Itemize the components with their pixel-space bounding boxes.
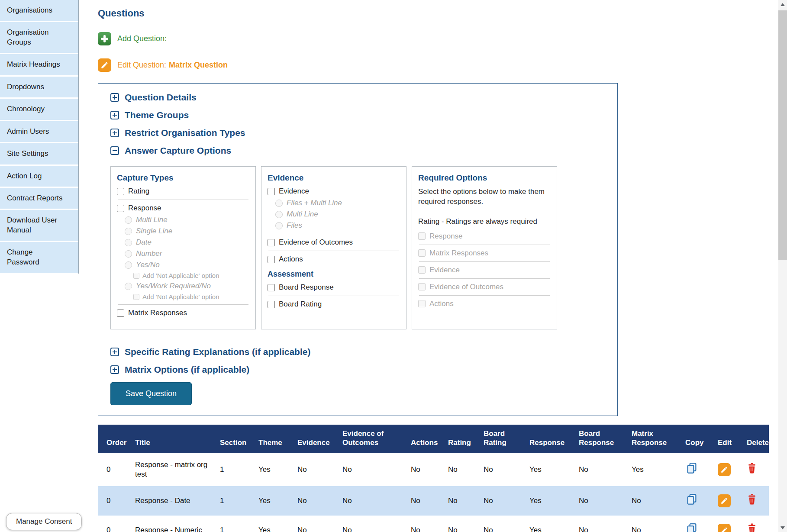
evidence-checkbox-row[interactable]: Evidence (268, 187, 400, 196)
section-toggle-question-details[interactable]: Question Details (110, 92, 197, 103)
edit-pencil-icon (720, 526, 728, 532)
sidebar-item-action-log[interactable]: Action Log (0, 166, 78, 187)
evidence-of-outcomes-checkbox[interactable] (268, 239, 275, 246)
divider (419, 278, 550, 279)
required-evidence-of-outcomes-label: Evidence of Outcomes (429, 283, 503, 291)
column-header-response: Response (526, 425, 575, 453)
column-header-theme: Theme (255, 425, 294, 453)
response-type-multi-line-radio-row: Multi Line (125, 216, 249, 224)
matrix-responses-checkbox[interactable] (117, 310, 124, 317)
cell-rating: No (445, 486, 480, 516)
add-plus-icon (98, 32, 111, 45)
yes-no-not-applicable-checkbox (133, 273, 139, 279)
board-rating-checkbox-row[interactable]: Board Rating (268, 300, 400, 309)
required-matrix-responses-checkbox (418, 249, 426, 257)
matrix-responses-checkbox-row[interactable]: Matrix Responses (117, 309, 249, 317)
cell-board-rating: No (480, 516, 526, 532)
evidence-of-outcomes-label: Evidence of Outcomes (279, 238, 353, 247)
actions-checkbox[interactable] (268, 256, 275, 263)
cell-board-response: No (575, 453, 628, 486)
edit-pencil-icon (720, 466, 728, 474)
column-header-evidence-of-outcomes: Evidence of Outcomes (339, 425, 407, 453)
add-question-label: Add Question: (117, 34, 167, 43)
cell-actions: No (407, 453, 445, 486)
delete-button[interactable] (747, 493, 757, 506)
cell-theme: Yes (255, 453, 294, 486)
board-response-label: Board Response (279, 283, 334, 292)
section-toggle-specific-rating-explanations[interactable]: Specific Rating Explanations (if applica… (110, 347, 310, 357)
copy-button[interactable] (685, 462, 698, 475)
section-toggle-matrix-options[interactable]: Matrix Options (if applicable) (110, 364, 249, 375)
response-type-yes-no-radio (125, 261, 132, 269)
evidence-checkbox[interactable] (268, 188, 275, 195)
copy-icon (685, 493, 698, 506)
delete-button[interactable] (747, 462, 757, 474)
board-response-checkbox-row[interactable]: Board Response (268, 283, 400, 292)
sidebar-item-organisations[interactable]: Organisations (0, 0, 78, 21)
sidebar-item-change-password[interactable]: Change Password (0, 242, 78, 273)
response-type-single-line-radio (125, 228, 132, 235)
response-checkbox-row[interactable]: Response (117, 204, 249, 213)
sidebar-item-site-settings[interactable]: Site Settings (0, 143, 78, 164)
response-type-date-label: Date (136, 238, 152, 247)
cell-rating: No (445, 453, 480, 486)
required-evidence-label: Evidence (429, 266, 460, 274)
page-title: Questions (98, 8, 775, 19)
required-response-label: Response (429, 232, 463, 241)
edit-question-link[interactable]: Edit Question:Matrix Question (98, 58, 228, 72)
required-evidence-checkbox-row: Evidence (418, 266, 551, 274)
response-checkbox[interactable] (117, 205, 124, 212)
rating-checkbox-row[interactable]: Rating (117, 187, 249, 196)
section-toggle-answer-capture-options[interactable]: Answer Capture Options (110, 145, 231, 156)
sidebar-item-organisation-groups[interactable]: Organisation Groups (0, 22, 78, 53)
table-row: 0 Response - Numeric 1 Yes No No No No N… (98, 516, 769, 532)
board-response-checkbox[interactable] (268, 284, 275, 291)
section-toggle-restrict-organisation-types[interactable]: Restrict Organisation Types (110, 128, 245, 138)
column-header-board-rating: Board Rating (480, 425, 526, 453)
manage-consent-button[interactable]: Manage Consent (6, 513, 82, 530)
edit-button[interactable] (718, 524, 731, 532)
rating-checkbox[interactable] (117, 188, 124, 195)
required-response-checkbox-row: Response (418, 232, 551, 241)
sidebar-item-admin-users[interactable]: Admin Users (0, 121, 78, 142)
evidence-of-outcomes-checkbox-row[interactable]: Evidence of Outcomes (268, 238, 400, 247)
cell-response: Yes (526, 516, 575, 532)
cell-order: 0 (98, 486, 132, 516)
add-question-link[interactable]: Add Question: (98, 32, 167, 45)
section-label-question-details: Question Details (125, 92, 197, 103)
evidence-type-multi-line-radio (275, 211, 283, 218)
delete-button[interactable] (747, 523, 757, 532)
response-type-yes-no-radio-row: Yes/No (125, 261, 249, 269)
evidence-title: Evidence (268, 173, 400, 183)
matrix-responses-label: Matrix Responses (128, 309, 187, 317)
scrollbar-thumb[interactable] (778, 10, 787, 260)
evidence-type-multi-line-label: Multi Line (287, 210, 318, 219)
response-type-number-radio (125, 250, 132, 258)
edit-button[interactable] (718, 463, 731, 476)
edit-button[interactable] (718, 494, 731, 507)
save-question-button[interactable]: Save Question (110, 382, 192, 405)
sidebar: Organisations Organisation Groups Matrix… (0, 0, 79, 274)
table-row: 0 Response - Date 1 Yes No No No No No Y… (98, 486, 769, 516)
scrollbar-down-button[interactable] (778, 523, 787, 532)
copy-button[interactable] (685, 522, 698, 532)
cell-board-response: No (575, 486, 628, 516)
copy-button[interactable] (685, 493, 698, 506)
expand-icon (110, 93, 119, 102)
sidebar-item-contract-reports[interactable]: Contract Reports (0, 188, 78, 209)
rating-label: Rating (128, 187, 149, 196)
sidebar-item-matrix-headings[interactable]: Matrix Headings (0, 54, 78, 75)
sidebar-item-chronology[interactable]: Chronology (0, 99, 78, 119)
column-header-rating: Rating (445, 425, 480, 453)
sidebar-item-download-user-manual[interactable]: Download User Manual (0, 210, 78, 241)
response-type-multi-line-label: Multi Line (136, 216, 168, 224)
board-rating-checkbox[interactable] (268, 301, 275, 308)
actions-checkbox-row[interactable]: Actions (268, 255, 400, 264)
response-label: Response (128, 204, 161, 213)
edit-question-label: Edit Question:Matrix Question (117, 61, 228, 70)
scrollbar-up-button[interactable] (778, 0, 787, 9)
section-toggle-theme-groups[interactable]: Theme Groups (110, 110, 189, 120)
required-evidence-of-outcomes-checkbox-row: Evidence of Outcomes (418, 283, 551, 291)
cell-rating: No (445, 516, 480, 532)
sidebar-item-dropdowns[interactable]: Dropdowns (0, 77, 78, 97)
